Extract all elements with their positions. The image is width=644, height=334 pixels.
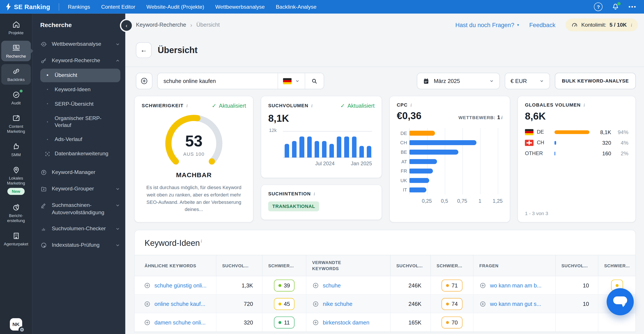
ch-flag-icon bbox=[525, 140, 534, 146]
german-flag-icon bbox=[283, 78, 292, 84]
table-header-0: ÄHNLICHE KEYWORDS bbox=[135, 255, 216, 276]
add-keyword-button[interactable] bbox=[136, 73, 152, 89]
speedometer-icon bbox=[572, 22, 578, 28]
panel-subitem-übersicht[interactable]: Übersicht bbox=[40, 69, 120, 82]
competition: WETTBEWERB: 1 i bbox=[458, 114, 503, 120]
currency-value: € EUR bbox=[510, 78, 527, 84]
add-keyword-button[interactable] bbox=[479, 300, 486, 307]
global-volume-label: GLOBALES VOLUMEN bbox=[525, 103, 581, 107]
breadcrumb-keyword-recherche[interactable]: Keyword-Recherche bbox=[136, 22, 186, 28]
panel-subitem-ads-verlauf[interactable]: Ads-Verlauf bbox=[40, 133, 120, 146]
keyword-link[interactable]: birkenstock damen bbox=[323, 319, 370, 325]
rail-item-label: Audit bbox=[11, 101, 20, 106]
add-keyword-button[interactable] bbox=[312, 282, 319, 289]
keyword-link[interactable]: wo kann man gut s... bbox=[490, 301, 541, 307]
rail-item-backlinks[interactable]: Backlinks bbox=[1, 64, 31, 85]
add-keyword-button[interactable] bbox=[479, 282, 486, 289]
panel-item-suchmaschinen-autovervollständigung[interactable]: Suchmaschinen-Autovervollständigung bbox=[40, 201, 120, 216]
difficulty-cell bbox=[598, 313, 635, 332]
notifications-icon[interactable] bbox=[611, 3, 620, 11]
chat-widget-button[interactable] bbox=[606, 288, 634, 315]
difficulty-dot bbox=[616, 284, 618, 287]
chevron-down-icon bbox=[115, 203, 120, 208]
top-nav-content-editor[interactable]: Content Editor bbox=[101, 4, 136, 10]
back-button[interactable]: ← bbox=[136, 43, 152, 58]
collapse-sidebar-button[interactable]: ‹ bbox=[120, 19, 133, 32]
database-expand-icon bbox=[44, 151, 50, 157]
info-icon[interactable]: i bbox=[200, 239, 202, 244]
difficulty-verdict: MACHBAR bbox=[142, 172, 246, 179]
rail-item-recherche[interactable]: Recherche bbox=[1, 41, 31, 61]
top-nav-wettbewerbsanalyse[interactable]: Wettbewerbsanalyse bbox=[215, 4, 265, 10]
panel-subitem-datenbankerweiterung[interactable]: Datenbankerweiterung bbox=[40, 147, 120, 161]
y-axis-label: 12k bbox=[269, 128, 276, 133]
volume-bar bbox=[554, 141, 556, 144]
panel-item-indexstatus-prüfung[interactable]: Indexstatus-Prüfung bbox=[40, 241, 120, 249]
volume-checker-icon bbox=[40, 225, 47, 232]
panel-subitem-serp-übersicht[interactable]: SERP-Übersicht bbox=[40, 97, 120, 111]
currency-selector[interactable]: € EUR bbox=[505, 73, 550, 89]
panel-item-label: Suchvolumen-Checker bbox=[52, 225, 110, 232]
table-header-2: SCHWIER... bbox=[262, 255, 306, 276]
x-tick-label: 1,25 bbox=[493, 198, 503, 204]
keyword-link[interactable]: nike schuhe bbox=[323, 301, 352, 307]
date-selector[interactable]: März 2025 bbox=[417, 73, 500, 89]
gear-icon[interactable]: ⚙ bbox=[18, 326, 25, 333]
bulk-keyword-analyse-button[interactable]: BULK KEYWORD-ANALYSE bbox=[555, 73, 636, 89]
table-header-6: FRAGEN bbox=[474, 255, 556, 276]
region-selector[interactable] bbox=[278, 73, 305, 89]
account-limit-badge[interactable]: Kontolimit: 5 / 10K i bbox=[566, 19, 638, 31]
top-nav-backlink-analyse[interactable]: Backlink-Analyse bbox=[276, 4, 316, 10]
cpc-country-label: AT bbox=[397, 159, 407, 164]
rail-item-label: Agenturpaket bbox=[4, 242, 28, 247]
keyword-link[interactable]: damen schuhe onli... bbox=[154, 319, 206, 325]
rail-item-smm[interactable]: SMM bbox=[1, 139, 31, 160]
rail-item-projekte[interactable]: Projekte bbox=[1, 17, 31, 38]
chevron-up-icon bbox=[115, 58, 120, 64]
keyword-link[interactable]: wo kann man am b... bbox=[490, 282, 542, 288]
status-dot bbox=[20, 90, 22, 93]
panel-item-keyword-grouper[interactable]: Keyword-Grouper bbox=[40, 185, 120, 193]
rail-item-agenturpaket[interactable]: Agenturpaket bbox=[1, 228, 31, 249]
avatar[interactable]: NK ⚙ bbox=[10, 318, 22, 330]
autocomplete-icon bbox=[40, 202, 47, 209]
cpc-bar-at bbox=[410, 159, 437, 164]
rail-item-lokales-marketing[interactable]: Lokales MarketingNew bbox=[1, 163, 31, 197]
volume-cell: 246K bbox=[390, 295, 431, 313]
help-icon[interactable]: ? bbox=[594, 3, 603, 11]
rail-item-bericht-erstellung[interactable]: Bericht-erstellung bbox=[1, 200, 31, 226]
keyword-ideas-card: Keyword-Ideeni ÄHNLICHE KEYWORDSSUCHVOL.… bbox=[134, 230, 636, 332]
keyword-link[interactable]: online schuhe kauf... bbox=[154, 301, 205, 307]
panel-item-keyword-manager[interactable]: Keyword-Manager bbox=[40, 169, 120, 176]
top-nav-rankings[interactable]: Rankings bbox=[68, 4, 90, 10]
add-keyword-button[interactable] bbox=[144, 282, 150, 289]
more-icon[interactable]: ••• bbox=[629, 4, 637, 10]
panel-subitem-organischer-serp-verlauf[interactable]: Organischer SERP-Verlauf bbox=[40, 112, 120, 132]
difficulty-badge: 11 bbox=[274, 316, 294, 328]
keyword-link[interactable]: schuhe bbox=[323, 282, 341, 288]
panel-item-suchvolumen-checker[interactable]: Suchvolumen-Checker bbox=[40, 225, 120, 232]
panel-item-wettbewerbsanalyse[interactable]: Wettbewerbsanalyse bbox=[40, 40, 120, 48]
panel-item-keyword-recherche[interactable]: Keyword-Recherche bbox=[40, 57, 120, 64]
brand[interactable]: SE Ranking bbox=[6, 3, 50, 11]
panel-submenu: ÜbersichtKeyword-IdeenSERP-ÜbersichtOrga… bbox=[40, 69, 120, 161]
difficulty-badge: 71 bbox=[442, 279, 462, 291]
search-button[interactable] bbox=[305, 73, 324, 89]
add-keyword-button[interactable] bbox=[144, 319, 150, 326]
feedback-link[interactable]: Feedback bbox=[529, 22, 556, 28]
keyword-link[interactable]: schuhe günstig onli... bbox=[154, 282, 207, 288]
global-row-other: OTHER1602% bbox=[525, 148, 628, 159]
panel-subitem-label: Übersicht bbox=[54, 72, 77, 79]
panel-subitem-keyword-ideen[interactable]: Keyword-Ideen bbox=[40, 83, 120, 96]
competition-label: WETTBEWERB bbox=[458, 115, 494, 120]
keyword-search-input[interactable] bbox=[158, 78, 278, 84]
top-nav-website-audit-projekte[interactable]: Website-Audit (Projekte) bbox=[146, 4, 204, 10]
questions-dropdown[interactable]: Hast du noch Fragen? ▾ bbox=[455, 22, 519, 28]
rail-item-audit[interactable]: Audit bbox=[1, 88, 31, 108]
volume-x-axis: Jul 2024Jan 2025 bbox=[283, 161, 372, 167]
add-keyword-button[interactable] bbox=[312, 319, 319, 326]
rail-item-content-marketing[interactable]: Content Marketing bbox=[1, 111, 31, 136]
add-keyword-button[interactable] bbox=[312, 300, 319, 307]
add-keyword-button[interactable] bbox=[144, 300, 150, 307]
keyword-cell: schuhe bbox=[306, 276, 390, 295]
